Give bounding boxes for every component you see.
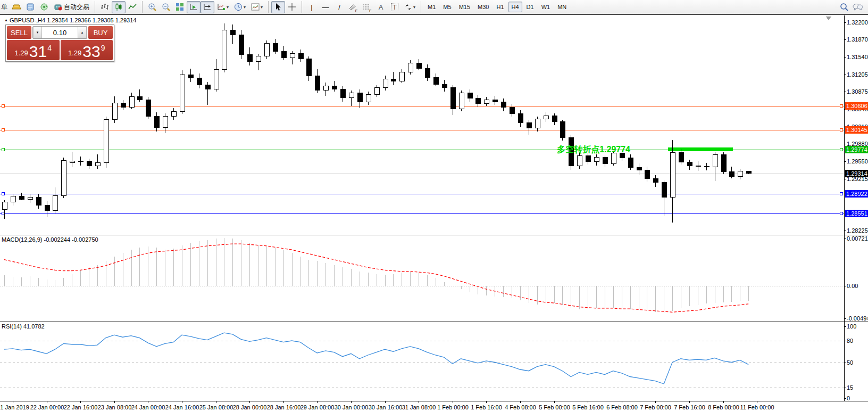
fibonacci-tool[interactable]: F bbox=[360, 1, 374, 13]
cursor-icon[interactable] bbox=[271, 1, 285, 13]
svg-text:30 Jan 16:00: 30 Jan 16:00 bbox=[369, 404, 403, 410]
svg-text:1.31540: 1.31540 bbox=[847, 54, 868, 60]
time-axis: 21 Jan 201922 Jan 00:0022 Jan 16:0023 Ja… bbox=[0, 401, 774, 410]
buy-price[interactable]: 1.29339 bbox=[61, 40, 113, 60]
candlestick-chart-icon[interactable] bbox=[112, 1, 126, 13]
rsi-line bbox=[4, 333, 748, 384]
toolbar-separator bbox=[300, 1, 304, 13]
timeframe-m5[interactable]: M5 bbox=[440, 2, 454, 12]
sell-button[interactable]: SELL bbox=[7, 26, 31, 39]
templates-button[interactable]: ▾ bbox=[248, 1, 265, 13]
timeframe-m1[interactable]: M1 bbox=[424, 2, 439, 12]
svg-text:22 Jan 00:00: 22 Jan 00:00 bbox=[30, 404, 64, 410]
chevron-down-icon: ▾ bbox=[244, 5, 246, 10]
horizontal-line-tool[interactable]: — bbox=[319, 1, 332, 13]
toolbar-left-label: 单 bbox=[1, 3, 7, 12]
timeframe-d1[interactable]: D1 bbox=[523, 2, 537, 12]
vertical-line-tool[interactable]: | bbox=[305, 1, 319, 13]
one-click-trading-panel: SELL ▼ 0.10 ▲ BUY 1.29314 1.29339 bbox=[5, 24, 114, 62]
toolbar-separator bbox=[266, 1, 270, 13]
macd-signal-line bbox=[4, 244, 748, 312]
pivot-annotation[interactable]: 多空转折点1.29774 bbox=[460, 144, 630, 155]
chevron-down-icon: ▾ bbox=[227, 5, 229, 10]
candlesticks bbox=[2, 23, 751, 223]
toolbar-separator bbox=[93, 1, 97, 13]
svg-text:31 Jan 08:00: 31 Jan 08:00 bbox=[402, 404, 436, 410]
fibonacci-tool-label: F bbox=[369, 9, 371, 13]
chart-title-text: GBPUSD-,H4 1.29354 1.29366 1.29305 1.293… bbox=[10, 17, 137, 23]
main-toolbar: 单 自动交易 ▾ ▾ bbox=[0, 0, 868, 15]
timeframe-m15[interactable]: M15 bbox=[456, 2, 473, 12]
svg-text:1.32200: 1.32200 bbox=[847, 19, 868, 26]
add-indicator-button[interactable]: ▾ bbox=[214, 1, 231, 13]
svg-text:1.30606: 1.30606 bbox=[846, 103, 867, 109]
zoom-out-icon[interactable] bbox=[159, 1, 173, 13]
auto-scroll-icon[interactable] bbox=[187, 1, 201, 13]
auto-trading-label: 自动交易 bbox=[64, 3, 89, 12]
period-clock-icon bbox=[234, 3, 243, 11]
periods-button[interactable]: ▾ bbox=[231, 1, 248, 13]
macd-indicator-label: MACD(12,26,9) -0.002244 -0.002750 bbox=[2, 236, 98, 243]
pivot-highlight-segment[interactable] bbox=[668, 147, 733, 151]
rsi-pane bbox=[0, 333, 844, 388]
svg-text:7 Feb 16:00: 7 Feb 16:00 bbox=[674, 404, 705, 410]
new-order-icon[interactable] bbox=[23, 1, 37, 13]
collapse-panel-icon[interactable]: ▲ bbox=[4, 18, 8, 22]
alerts-icon[interactable] bbox=[37, 1, 51, 13]
gold-bar-icon[interactable] bbox=[10, 1, 23, 13]
buy-price-prefix: 1.29 bbox=[68, 49, 81, 57]
chat-icon[interactable] bbox=[851, 1, 865, 13]
bar-chart-icon[interactable] bbox=[98, 1, 112, 13]
zoom-in-icon[interactable] bbox=[145, 1, 159, 13]
svg-text:8 Feb 08:00: 8 Feb 08:00 bbox=[708, 404, 739, 410]
svg-text:50: 50 bbox=[847, 359, 853, 366]
volume-field[interactable]: 0.10 bbox=[42, 27, 78, 38]
channel-tool-label: E bbox=[355, 9, 358, 13]
svg-text:-0.004943: -0.004943 bbox=[847, 315, 868, 322]
svg-text:30 Jan 00:00: 30 Jan 00:00 bbox=[335, 404, 369, 410]
svg-text:1.30145: 1.30145 bbox=[846, 127, 867, 133]
trendline-tool[interactable]: / bbox=[332, 1, 346, 13]
svg-text:29 Jan 08:00: 29 Jan 08:00 bbox=[301, 404, 335, 410]
channel-tool[interactable]: E bbox=[346, 1, 360, 13]
text-tool[interactable]: A bbox=[374, 1, 388, 13]
chart-area[interactable]: 1.322001.318701.315401.312051.308751.305… bbox=[0, 0, 868, 411]
volume-decrease-button[interactable]: ▼ bbox=[33, 27, 42, 38]
add-indicator-icon bbox=[217, 3, 226, 11]
arrows-icon bbox=[404, 3, 412, 11]
svg-text:28 Jan 00:00: 28 Jan 00:00 bbox=[233, 404, 267, 410]
svg-text:5 Feb 16:00: 5 Feb 16:00 bbox=[572, 404, 604, 410]
buy-price-sup: 9 bbox=[101, 44, 105, 52]
text-label-tool[interactable]: T bbox=[388, 1, 402, 13]
crosshair-icon[interactable] bbox=[285, 1, 299, 13]
timeframe-mn[interactable]: MN bbox=[554, 2, 570, 12]
volume-increase-button[interactable]: ▲ bbox=[78, 27, 87, 38]
chart-shift-marker[interactable] bbox=[826, 17, 831, 20]
line-chart-icon[interactable] bbox=[126, 1, 139, 13]
svg-text:4 Feb 08:00: 4 Feb 08:00 bbox=[505, 404, 536, 410]
svg-text:0: 0 bbox=[847, 395, 850, 401]
svg-text:24 Jan 00:00: 24 Jan 00:00 bbox=[131, 404, 165, 410]
sell-price-sup: 4 bbox=[47, 44, 52, 52]
chart-shift-icon[interactable] bbox=[201, 1, 214, 13]
timeframe-w1[interactable]: W1 bbox=[538, 2, 554, 12]
svg-text:80: 80 bbox=[847, 338, 853, 344]
auto-trading-button[interactable]: 自动交易 bbox=[51, 1, 92, 13]
search-icon[interactable] bbox=[837, 1, 851, 13]
svg-text:1.31870: 1.31870 bbox=[847, 36, 868, 43]
arrows-tool[interactable]: ▾ bbox=[402, 1, 418, 13]
buy-button[interactable]: BUY bbox=[88, 26, 113, 39]
chevron-down-icon: ▾ bbox=[413, 5, 415, 10]
sell-price[interactable]: 1.29314 bbox=[7, 40, 60, 60]
svg-text:1.29314: 1.29314 bbox=[846, 170, 867, 177]
chart-title: ▲GBPUSD-,H4 1.29354 1.29366 1.29305 1.29… bbox=[4, 17, 136, 23]
timeframe-h4[interactable]: H4 bbox=[508, 2, 522, 12]
svg-text:6 Feb 08:00: 6 Feb 08:00 bbox=[606, 404, 638, 410]
svg-text:23 Jan 08:00: 23 Jan 08:00 bbox=[98, 404, 132, 410]
tile-windows-icon[interactable] bbox=[173, 1, 187, 13]
rsi-indicator-label: RSI(14) 41.0782 bbox=[2, 323, 45, 330]
buy-price-big: 33 bbox=[82, 45, 100, 59]
timeframe-m30[interactable]: M30 bbox=[474, 2, 492, 12]
macd-pane bbox=[0, 238, 844, 313]
timeframe-h1[interactable]: H1 bbox=[493, 2, 507, 12]
